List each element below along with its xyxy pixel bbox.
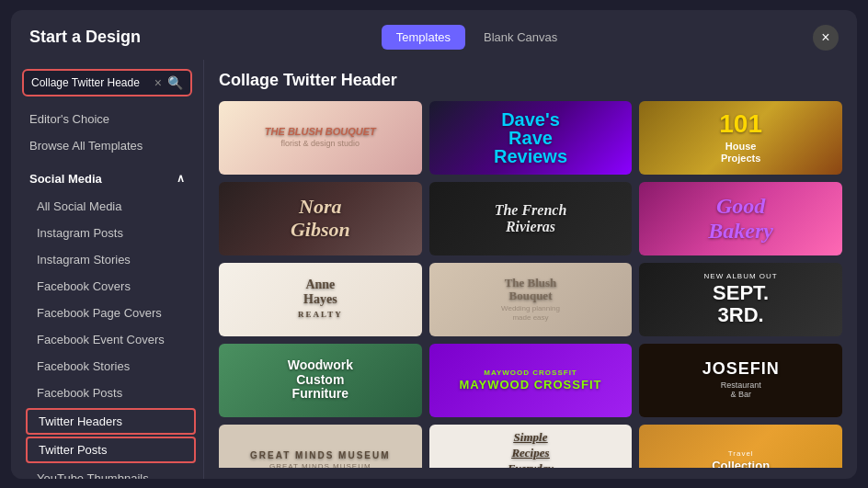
- template-card-13[interactable]: GREAT MINDS MUSEUM GREAT MINDS MUSEUM: [219, 425, 422, 468]
- template-card-3[interactable]: 101 HouseProjects: [639, 101, 842, 175]
- template-card-14[interactable]: SimpleRecipesEverydayMagic.: [429, 425, 633, 468]
- sidebar-section-social-media[interactable]: Social Media ∧: [11, 165, 203, 193]
- card-1-text: THE BLUSH BOUQUET florist & design studi…: [219, 101, 422, 175]
- sidebar-item-facebook-posts[interactable]: Facebook Posts: [18, 380, 203, 406]
- sidebar-item-facebook-covers[interactable]: Facebook Covers: [18, 273, 203, 300]
- card-7-text: AnneHayesREALTY: [219, 263, 422, 336]
- sidebar-item-editors-choice[interactable]: Editor's Choice: [11, 106, 203, 132]
- close-button[interactable]: ×: [813, 25, 839, 51]
- sidebar-item-browse-all[interactable]: Browse All Templates: [11, 132, 203, 159]
- section-title: Collage Twitter Header: [219, 71, 842, 90]
- search-clear-icon[interactable]: ×: [154, 75, 162, 90]
- template-card-1[interactable]: THE BLUSH BOUQUET florist & design studi…: [219, 101, 422, 175]
- card-2-text: Dave'sRaveReviews: [429, 101, 633, 175]
- template-card-8[interactable]: The BlushBouquet Wedding planningmade ea…: [429, 263, 633, 336]
- chevron-up-icon: ∧: [177, 172, 185, 185]
- card-13-text: GREAT MINDS MUSEUM GREAT MINDS MUSEUM: [219, 425, 422, 468]
- card-10-text: WoodworkCustomFurniture: [219, 344, 422, 417]
- card-11-text: MAYWOOD CROSSFIT MAYWOOD CROSSFIT: [429, 344, 633, 417]
- template-grid: THE BLUSH BOUQUET florist & design studi…: [219, 101, 842, 468]
- sidebar-item-all-social[interactable]: All Social Media: [18, 193, 203, 220]
- card-5-text: The FrenchRivieras: [429, 182, 633, 255]
- template-card-5[interactable]: The FrenchRivieras: [429, 182, 633, 255]
- sidebar-item-youtube-thumbnails[interactable]: YouTube Thumbnails: [18, 465, 203, 479]
- modal-overlay: Start a Design Templates Blank Canvas × …: [0, 0, 868, 488]
- sidebar-item-facebook-stories[interactable]: Facebook Stories: [18, 353, 203, 380]
- tab-group: Templates Blank Canvas: [382, 25, 572, 50]
- sidebar-item-instagram-posts[interactable]: Instagram Posts: [18, 220, 203, 246]
- card-14-text: SimpleRecipesEverydayMagic.: [429, 425, 633, 468]
- template-card-2[interactable]: Dave'sRaveReviews: [429, 101, 633, 175]
- sidebar-item-instagram-stories[interactable]: Instagram Stories: [18, 246, 203, 273]
- main-content: Collage Twitter Header THE BLUSH BOUQUET…: [204, 60, 857, 479]
- modal-title: Start a Design: [29, 28, 141, 47]
- template-card-4[interactable]: NoraGibson: [219, 182, 422, 255]
- card-12-text: JOSEFIN Restaurant& Bar: [639, 344, 842, 417]
- tab-templates[interactable]: Templates: [382, 25, 465, 50]
- modal-body: × 🔍 Editor's Choice Browse All Templates…: [11, 60, 857, 479]
- template-card-7[interactable]: AnneHayesREALTY: [219, 263, 422, 336]
- sidebar-item-facebook-page-covers[interactable]: Facebook Page Covers: [18, 300, 203, 326]
- template-card-9[interactable]: NEW ALBUM OUT SEPT.3RD.: [639, 263, 842, 336]
- sidebar: × 🔍 Editor's Choice Browse All Templates…: [11, 60, 204, 479]
- tab-blank-canvas[interactable]: Blank Canvas: [469, 25, 572, 50]
- template-card-11[interactable]: MAYWOOD CROSSFIT MAYWOOD CROSSFIT: [429, 344, 633, 417]
- modal-header: Start a Design Templates Blank Canvas ×: [11, 10, 857, 60]
- sidebar-item-facebook-event-covers[interactable]: Facebook Event Covers: [18, 326, 203, 353]
- search-input[interactable]: [31, 76, 149, 89]
- sidebar-item-twitter-headers[interactable]: Twitter Headers: [26, 408, 196, 435]
- card-4-text: NoraGibson: [219, 182, 422, 255]
- search-box: × 🔍: [22, 69, 192, 96]
- template-card-15[interactable]: Travel Collection: [639, 425, 842, 468]
- start-a-design-modal: Start a Design Templates Blank Canvas × …: [11, 10, 857, 479]
- card-9-text: NEW ALBUM OUT SEPT.3RD.: [639, 263, 842, 336]
- card-15-text: Travel Collection: [639, 425, 842, 468]
- template-card-6[interactable]: GoodBakery: [639, 182, 842, 255]
- card-8-text: The BlushBouquet Wedding planningmade ea…: [429, 263, 633, 336]
- card-6-text: GoodBakery: [639, 182, 842, 255]
- template-card-12[interactable]: JOSEFIN Restaurant& Bar: [639, 344, 842, 417]
- card-3-text: 101 HouseProjects: [639, 101, 842, 175]
- search-icon[interactable]: 🔍: [167, 75, 183, 90]
- sidebar-item-twitter-posts[interactable]: Twitter Posts: [26, 437, 196, 463]
- template-card-10[interactable]: WoodworkCustomFurniture: [219, 344, 422, 417]
- sidebar-subsection-social: All Social Media Instagram Posts Instagr…: [11, 193, 203, 479]
- social-media-label: Social Media: [29, 172, 102, 186]
